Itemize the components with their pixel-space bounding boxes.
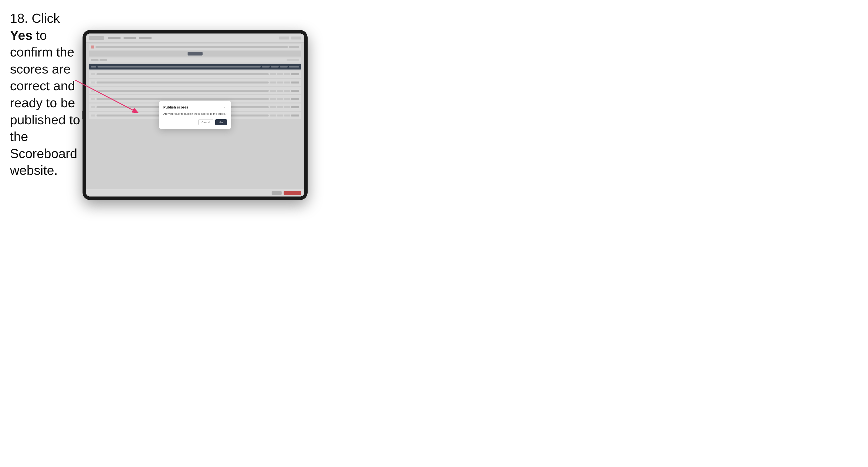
instruction-prefix: Click [32,11,60,26]
tablet-side-button [82,111,83,119]
modal-overlay: Publish scores × Are you ready to publis… [86,33,304,196]
modal-footer: Cancel Yes [163,119,227,125]
publish-scores-modal: Publish scores × Are you ready to publis… [159,101,231,129]
step-number: 18. [10,11,28,26]
modal-body-text: Are you ready to publish these scores to… [163,112,227,116]
cancel-button[interactable]: Cancel [198,119,213,125]
tablet-device: Publish scores × Are you ready to publis… [83,30,308,200]
yes-emphasis: Yes [10,28,32,42]
modal-title: Publish scores [163,105,188,109]
yes-button[interactable]: Yes [215,119,227,125]
instruction-text: 18. Click Yes to confirm the scores are … [10,10,85,179]
modal-close-button[interactable]: × [223,105,227,109]
instruction-suffix: to confirm the scores are correct and re… [10,28,80,178]
modal-header: Publish scores × [163,105,227,109]
tablet-screen: Publish scores × Are you ready to publis… [86,33,304,196]
